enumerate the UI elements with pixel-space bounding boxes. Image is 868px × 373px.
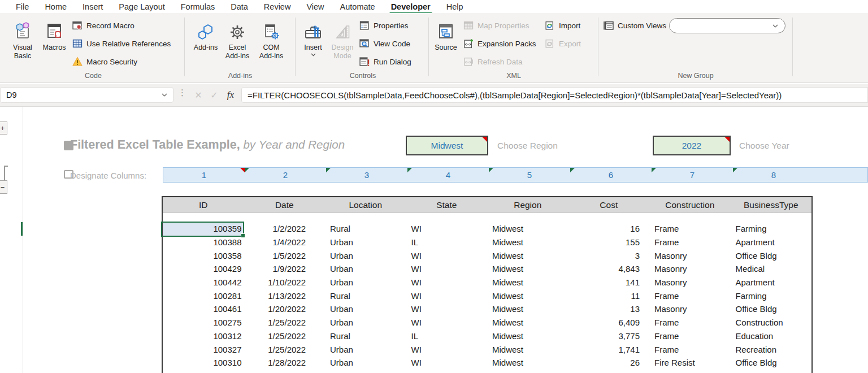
table-cell[interactable]: WI [406,262,488,276]
outline-collapse-button[interactable]: − [0,180,7,194]
table-cell[interactable]: Midwest [487,236,568,249]
macros-button[interactable]: Macros [38,15,70,72]
table-cell[interactable]: Urban [325,249,406,262]
table-cell[interactable]: Urban [325,370,406,373]
table-cell[interactable]: Midwest [487,342,568,356]
table-cell[interactable]: 1/20/2022 [244,302,326,316]
table-cell[interactable]: 155 [568,236,650,249]
table-cell[interactable]: 100310 [163,356,244,370]
table-cell[interactable]: 100429 [163,262,244,276]
designate-column-cell[interactable]: 3 [326,168,407,182]
table-cell[interactable]: Office Bldg [731,249,812,262]
table-cell[interactable]: Frame [649,222,731,236]
excel-addins-button[interactable]: Excel Add-ins [222,15,253,72]
expansion-packs-button[interactable]: Expansion Packs [463,36,536,51]
table-cell[interactable]: 1/5/2022 [244,249,326,262]
visual-basic-button[interactable]: Visual Basic [7,15,38,72]
ribbon-tab-insert[interactable]: Insert [75,1,111,12]
table-cell[interactable]: IL [406,329,488,343]
table-cell[interactable]: 1/25/2022 [244,316,326,329]
table-cell[interactable]: Urban [325,276,406,289]
year-selector[interactable]: 2022 [653,136,731,155]
insert-function-icon[interactable]: fx [223,87,238,103]
table-cell[interactable]: 100358 [163,249,244,262]
ribbon-tab-data[interactable]: Data [223,1,256,12]
table-cell[interactable]: WI [406,370,488,373]
table-cell[interactable]: Farming [731,289,812,302]
table-cell[interactable]: Frame [649,342,731,356]
table-cell[interactable]: Office Bldg [731,302,812,316]
table-cell[interactable]: WI [406,302,488,316]
table-cell[interactable]: Midwest [487,316,568,329]
table-cell[interactable]: 6,409 [568,316,650,329]
region-selector[interactable]: Midwest [406,136,488,155]
column-header[interactable]: Region [487,197,568,212]
import-button[interactable]: Import [545,18,580,33]
table-cell[interactable]: Masonry [649,302,731,316]
table-cell[interactable]: Midwest [487,356,568,370]
column-header[interactable]: Cost [568,197,650,212]
column-header[interactable]: Location [325,197,406,212]
table-cell[interactable]: 13 [568,302,650,316]
table-cell[interactable]: 100461 [163,302,244,316]
table-cell[interactable]: 100312 [163,329,244,343]
table-cell[interactable]: Recreation [731,342,812,356]
macro-security-button[interactable]: Macro Security [72,54,137,69]
table-cell[interactable]: Office Bldg [731,356,812,370]
table-cell[interactable]: Urban [325,262,406,276]
table-cell[interactable]: Fire Resist [649,356,731,370]
column-header[interactable]: BusinessType [731,197,812,212]
table-cell[interactable]: Midwest [487,289,568,302]
table-cell[interactable]: Urban [325,342,406,356]
designate-column-cell[interactable]: 7 [652,168,733,182]
ribbon-tab-home[interactable]: Home [37,1,75,12]
custom-views-button[interactable]: Custom Views [604,18,666,33]
table-cell[interactable]: Midwest [487,302,568,316]
table-cell[interactable]: Rural [325,222,406,236]
table-cell[interactable]: Apartment [731,236,812,249]
table-cell[interactable]: Midwest [487,262,568,276]
designate-column-cell[interactable]: 6 [570,168,652,182]
name-box-chevron-icon[interactable] [162,93,167,97]
table-cell[interactable]: 3 [568,249,650,262]
ribbon-tab-view[interactable]: View [298,1,332,12]
use-relative-references-button[interactable]: Use Relative References [72,36,171,51]
table-cell[interactable]: 100327 [163,342,244,356]
custom-views-combobox[interactable] [669,18,785,33]
designate-column-cell[interactable]: 1 [163,168,245,182]
table-cell[interactable]: Masonry [649,370,731,373]
ribbon-tab-help[interactable]: Help [439,1,471,12]
formula-input[interactable]: =FILTER(CHOOSECOLS(tblSampleData,FeedCho… [241,87,868,103]
combobox-chevron-icon[interactable] [772,24,778,28]
com-addins-button[interactable]: COM Add-ins [255,15,287,72]
designate-column-cell[interactable]: 4 [407,168,489,182]
table-cell[interactable]: IL [406,236,488,249]
table-cell[interactable]: Masonry [649,249,731,262]
column-header[interactable]: State [406,197,488,212]
column-header[interactable]: Construction [649,197,731,212]
ribbon-tab-automate[interactable]: Automate [332,1,383,12]
table-cell[interactable]: WI [406,249,488,262]
column-header[interactable]: ID [163,197,244,212]
table-cell[interactable]: 1/10/2022 [244,276,326,289]
view-code-button[interactable]: View Code [359,36,410,51]
table-cell[interactable]: WI [406,289,488,302]
outline-expand-button[interactable]: + [0,122,7,135]
table-cell[interactable]: 1/25/2022 [244,329,326,343]
table-cell[interactable]: WI [406,276,488,289]
table-cell[interactable]: Medical [731,262,812,276]
designate-column-cell[interactable]: 5 [489,168,570,182]
table-cell[interactable]: Farming [731,222,812,236]
table-cell[interactable]: WI [406,222,488,236]
run-dialog-button[interactable]: Run Dialog [359,54,411,69]
table-cell[interactable]: Frame [649,236,731,249]
table-cell[interactable]: WI [406,316,488,329]
ribbon-tab-file[interactable]: File [8,1,37,12]
table-cell[interactable]: 16 [568,222,650,236]
table-cell[interactable]: Frame [649,316,731,329]
table-cell[interactable]: Urban [325,236,406,249]
table-cell[interactable]: 100442 [163,276,244,289]
table-cell[interactable]: 1,741 [568,342,650,356]
table-cell[interactable]: Frame [649,289,731,302]
table-cell[interactable]: Apartment [731,276,812,289]
